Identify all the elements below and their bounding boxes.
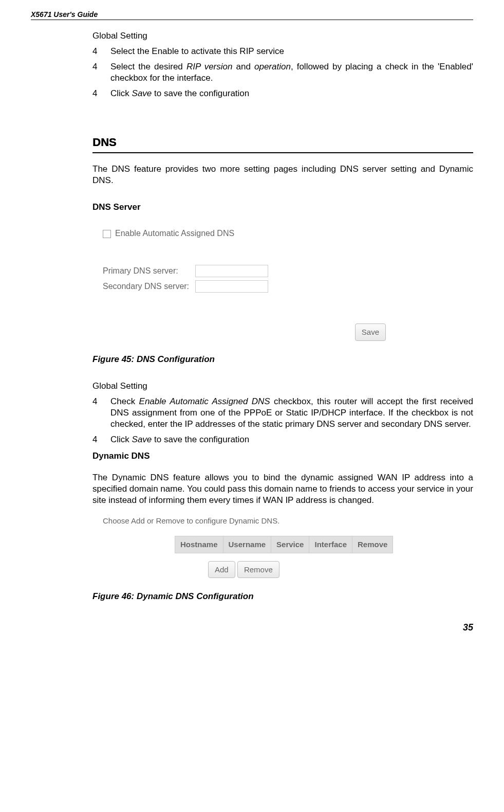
text-fragment: to save the configuration: [152, 435, 249, 444]
dynamic-dns-subtitle: Dynamic DNS: [92, 450, 473, 462]
dns-server-subtitle: DNS Server: [92, 202, 473, 213]
list-number: 4: [92, 88, 110, 99]
text-fragment: Select the desired: [110, 62, 186, 71]
section-divider: [92, 152, 473, 153]
text-fragment: Click: [110, 88, 132, 98]
list-number: 4: [92, 46, 110, 57]
list-item: 4 Select the Enable to activate this RIP…: [92, 46, 473, 57]
primary-dns-input[interactable]: [195, 265, 268, 277]
ddns-button-row: Add Remove: [208, 561, 473, 579]
enable-auto-dns-label: Enable Automatic Assigned DNS: [115, 228, 234, 239]
list-number: 4: [92, 396, 110, 430]
dns-description: The DNS feature provides two more settin…: [92, 164, 473, 186]
add-button[interactable]: Add: [208, 561, 235, 579]
list-text: Select the Enable to activate this RIP s…: [110, 46, 473, 57]
th-remove: Remove: [352, 536, 393, 553]
dns-section-title: DNS: [92, 135, 473, 150]
primary-dns-label: Primary DNS server:: [103, 266, 195, 277]
th-interface: Interface: [309, 536, 352, 553]
secondary-dns-input[interactable]: [195, 280, 268, 293]
italic-fragment: RIP version: [186, 62, 233, 71]
secondary-dns-label: Secondary DNS server:: [103, 281, 195, 292]
enable-auto-dns-row: Enable Automatic Assigned DNS: [103, 228, 473, 239]
remove-button[interactable]: Remove: [237, 561, 279, 579]
save-button[interactable]: Save: [355, 323, 386, 341]
list-item: 4 Select the desired RIP version and ope…: [92, 61, 473, 84]
list-item: 4 Click Save to save the configuration: [92, 434, 473, 445]
list-number: 4: [92, 61, 110, 84]
doc-title-text: X5671 User's Guide: [31, 10, 98, 19]
global-setting-heading-2: Global Setting: [92, 381, 473, 392]
figure-dynamic-dns: Choose Add or Remove to configure Dynami…: [92, 511, 473, 579]
text-fragment: Check: [110, 396, 139, 406]
table-header-row: Hostname Username Service Interface Remo…: [175, 536, 393, 553]
global-setting-heading: Global Setting: [92, 30, 473, 42]
doc-title: X5671 User's Guide: [31, 10, 98, 19]
list-text: Select the desired RIP version and opera…: [110, 61, 473, 84]
page-header: X5671 User's Guide: [31, 10, 473, 20]
figure-dns-config: Enable Automatic Assigned DNS Primary DN…: [92, 223, 473, 340]
ddns-table: Hostname Username Service Interface Remo…: [175, 536, 393, 553]
text-fragment: and: [232, 62, 254, 71]
list-item: 4 Click Save to save the configuration: [92, 88, 473, 99]
figure-46-caption: Figure 46: Dynamic DNS Configuration: [92, 591, 473, 602]
italic-fragment: Enable Automatic Assigned DNS: [139, 396, 270, 406]
figure-45-caption: Figure 45: DNS Configuration: [92, 354, 473, 365]
text-fragment: to save the configuration: [152, 88, 249, 98]
page-number: 35: [463, 622, 473, 633]
dynamic-dns-description: The Dynamic DNS feature allows you to bi…: [92, 472, 473, 506]
list-text: Check Enable Automatic Assigned DNS chec…: [110, 396, 473, 430]
th-service: Service: [271, 536, 309, 553]
ddns-caption-line: Choose Add or Remove to configure Dynami…: [103, 516, 473, 526]
list-item: 4 Check Enable Automatic Assigned DNS ch…: [92, 396, 473, 430]
th-hostname: Hostname: [175, 536, 223, 553]
text-fragment: Click: [110, 435, 132, 444]
list-number: 4: [92, 434, 110, 445]
save-row: Save: [103, 323, 473, 341]
list-text: Click Save to save the configuration: [110, 88, 473, 99]
secondary-dns-row: Secondary DNS server:: [103, 280, 473, 293]
italic-fragment: operation: [254, 62, 291, 71]
italic-fragment: Save: [132, 88, 152, 98]
primary-dns-row: Primary DNS server:: [103, 265, 473, 277]
enable-auto-dns-checkbox[interactable]: [103, 230, 111, 238]
list-text: Click Save to save the configuration: [110, 434, 473, 445]
th-username: Username: [223, 536, 271, 553]
italic-fragment: Save: [132, 435, 152, 444]
